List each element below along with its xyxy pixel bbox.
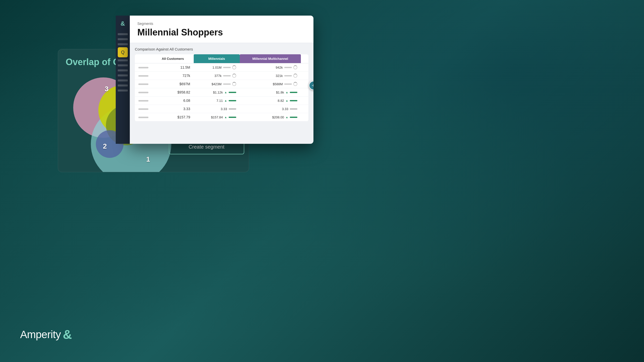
row-label-bar-2 (138, 75, 148, 77)
spinner-m3 (232, 82, 236, 86)
bar-m2 (223, 75, 231, 76)
cell-all-3: $697M (152, 80, 194, 88)
circle-label-1: 1 (146, 155, 150, 163)
bar-mc1 (284, 67, 292, 68)
bar-m3 (223, 83, 231, 85)
cell-all-7: $157.79 (152, 113, 194, 121)
val-mc3: $588M (273, 82, 283, 86)
cell-extra-2 (301, 72, 308, 80)
val-m7: $157.84 (211, 115, 223, 119)
comparison-title: Comparison Against All Customers (135, 47, 308, 51)
col-multichannel-header: Millennial Multichannel (240, 54, 301, 63)
cell-all-5: 6.08 (152, 97, 194, 105)
bar-m6 (229, 108, 236, 110)
cell-extra-1 (301, 63, 308, 72)
sidebar-item-5 (118, 64, 128, 66)
cell-mc-4: $1.8k ▲ (240, 88, 301, 97)
cell-extra-7 (301, 113, 308, 121)
row-label-bar-4 (138, 92, 148, 93)
val-mc2: 321k (276, 74, 283, 78)
sidebar-item-7 (118, 74, 128, 76)
breadcrumb: Segments (137, 22, 306, 26)
col-extra-header (301, 54, 308, 63)
cell-mc-7: $208.00 ▲ (240, 113, 301, 121)
trend-up-mc5: ▲ (286, 99, 288, 102)
cell-extra-6 (301, 105, 308, 113)
col-millennials-header: Millennials (194, 54, 240, 63)
bar-mc4 (290, 92, 297, 93)
table-row: 3.33 3.33 3.33 (135, 105, 308, 113)
col-all-customers-header: All Customers (152, 54, 194, 63)
bar-m5 (229, 100, 236, 101)
table-row: 6.08 7.11 ▲ 8.82 ▲ (135, 97, 308, 105)
bar-mc2 (284, 75, 292, 76)
cell-mc-2: 321k (240, 72, 301, 80)
sidebar-item-4 (118, 59, 128, 61)
circle-label-3: 3 (105, 85, 109, 93)
val-mc6: 3.33 (282, 107, 288, 111)
sidebar-active-icon[interactable]: Q (118, 47, 128, 57)
val-m4: $1.12k (213, 90, 223, 94)
spinner-m1 (232, 65, 236, 69)
val-mc1: 942k (276, 66, 283, 69)
row-label-bar-5 (138, 100, 148, 102)
sidebar-item-2 (118, 38, 128, 40)
comparison-section: Comparison Against All Customers All Cus… (130, 43, 313, 125)
trend-up-mc7: ▲ (286, 116, 288, 119)
row-label-bar-6 (138, 108, 148, 110)
cell-millennials-5: 7.11 ▲ (194, 97, 240, 105)
table-row: $697M $423M $588M (135, 80, 308, 88)
sidebar-item-1 (118, 33, 128, 35)
panel-header: Segments Millennial Shoppers (130, 16, 313, 43)
cell-millennials-4: $1.12k ▲ (194, 88, 240, 97)
cell-extra-5 (301, 97, 308, 105)
cell-millennials-1: 1.01M (194, 63, 240, 72)
spinner-mc2 (293, 74, 297, 78)
logo-text: Amperity (20, 329, 61, 341)
trend-up-m7: ▲ (224, 116, 227, 119)
row-label-bar (138, 67, 148, 68)
table-row: 727k 377k 321k (135, 72, 308, 80)
sidebar: & Q (116, 16, 130, 144)
bar-m7 (229, 117, 236, 118)
cell-mc-5: 8.82 ▲ (240, 97, 301, 105)
spinner-m2 (232, 74, 236, 78)
bar-m1 (223, 67, 231, 68)
table-row: 11.5M 1.01M 942k (135, 63, 308, 72)
trend-up-m4: ▲ (224, 91, 227, 94)
col-label-header (135, 54, 152, 63)
val-m6: 3.33 (221, 107, 227, 111)
cell-all-6: 3.33 (152, 105, 194, 113)
cell-all-2: 727k (152, 72, 194, 80)
cell-extra-4 (301, 88, 308, 97)
cell-millennials-2: 377k (194, 72, 240, 80)
sidebar-item-6 (118, 69, 128, 71)
spinner-mc1 (293, 65, 297, 69)
val-m1: 1.01M (213, 66, 222, 69)
val-mc7: $208.00 (272, 115, 284, 119)
comparison-table: All Customers Millennials Millennial Mul… (135, 54, 308, 121)
cell-extra-3 (301, 80, 308, 88)
main-panel: Segments Millennial Shoppers Comparison … (130, 16, 313, 144)
table-row: $958.82 $1.12k ▲ $1.8k ▲ (135, 88, 308, 97)
bar-mc3 (284, 83, 292, 85)
val-m2: 377k (214, 74, 221, 78)
table-row: $157.79 $157.84 ▲ $208.00 ▲ (135, 113, 308, 121)
spinner-mc3 (293, 82, 297, 86)
cell-millennials-6: 3.33 (194, 105, 240, 113)
sidebar-item-3 (118, 43, 128, 45)
trend-up-mc4: ▲ (286, 91, 288, 94)
logo-ampersand: & (63, 327, 72, 342)
row-label-bar-3 (138, 83, 148, 85)
search-icon: Q (121, 50, 125, 55)
bar-mc6 (290, 108, 297, 110)
bar-mc5 (290, 100, 297, 101)
bar-m4 (229, 92, 236, 93)
val-mc4: $1.8k (276, 90, 284, 94)
amperity-logo: Amperity & (20, 327, 72, 342)
cell-millennials-7: $157.84 ▲ (194, 113, 240, 121)
cell-mc-6: 3.33 (240, 105, 301, 113)
val-mc5: 8.82 (278, 99, 284, 103)
sidebar-item-8 (118, 79, 128, 81)
val-m3: $423M (212, 82, 222, 86)
